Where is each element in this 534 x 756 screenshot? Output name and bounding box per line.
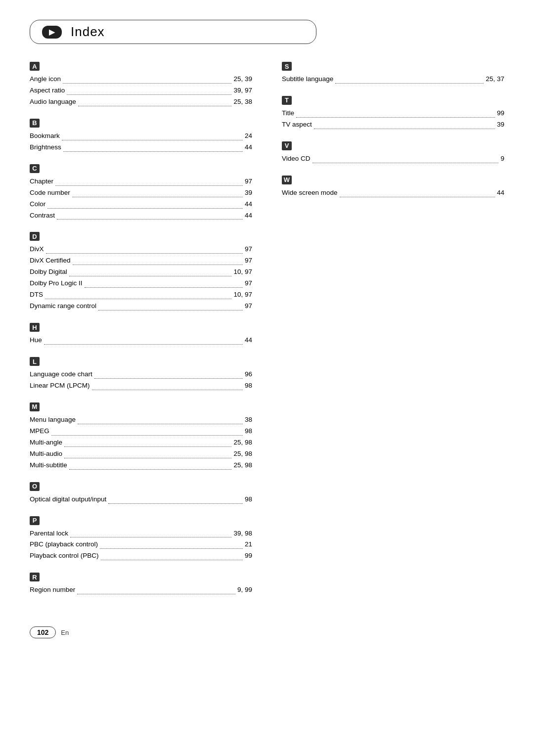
- entry-page: 10, 97: [233, 267, 252, 278]
- entry-dots: [78, 424, 243, 424]
- entry-page: 9: [500, 153, 504, 165]
- entry-dots: [51, 435, 243, 436]
- entry-label: Dynamic range control: [30, 301, 96, 312]
- page-number: 102: [30, 626, 56, 638]
- index-section-m: MMenu language38MPEG98Multi-angle25, 98M…: [30, 402, 252, 471]
- entry-label: Linear PCM (LPCM): [30, 380, 90, 392]
- header-tab: ▶: [42, 26, 62, 39]
- entry-page: 24: [245, 131, 252, 142]
- entry-page: 99: [497, 108, 504, 119]
- entry-dots: [94, 378, 243, 379]
- entry-dots: [85, 287, 243, 288]
- index-section-h: HHue44: [30, 323, 252, 346]
- index-entry: DTS10, 97: [30, 289, 252, 301]
- entry-page: 98: [245, 380, 252, 392]
- section-letter-l: L: [30, 357, 40, 366]
- section-letter-v: V: [282, 141, 292, 150]
- entry-page: 39, 98: [233, 528, 252, 539]
- entry-page: 25, 98: [233, 460, 252, 471]
- entry-page: 98: [245, 494, 252, 505]
- entry-label: Dolby Pro Logic II: [30, 278, 83, 289]
- entry-page: 99: [245, 550, 252, 562]
- index-entry: Playback control (PBC)99: [30, 550, 252, 562]
- right-column: SSubtitle language25, 37TTitle99TV aspec…: [282, 62, 504, 607]
- entry-label: Multi-audio: [30, 448, 62, 460]
- entry-label: Color: [30, 199, 45, 210]
- entry-label: Subtitle language: [282, 74, 333, 85]
- entry-label: MPEG: [30, 426, 49, 437]
- entry-dots: [55, 185, 243, 186]
- entry-dots: [70, 537, 231, 537]
- index-section-p: PParental lock39, 98PBC (playback contro…: [30, 516, 252, 562]
- entry-label: DivX Certified: [30, 255, 71, 267]
- index-section-w: WWide screen mode44: [282, 176, 504, 199]
- section-letter-o: O: [30, 482, 40, 491]
- section-letter-t: T: [282, 96, 292, 105]
- entry-dots: [108, 503, 243, 504]
- entry-page: 25, 39: [233, 74, 252, 85]
- index-section-d: DDivX97DivX Certified97Dolby Digital10, …: [30, 232, 252, 312]
- entry-page: 21: [245, 539, 252, 550]
- entry-dots: [335, 83, 484, 84]
- entry-label: Language code chart: [30, 369, 92, 380]
- entry-label: TV aspect: [282, 119, 312, 131]
- section-letter-b: B: [30, 119, 40, 128]
- index-entry: Optical digital output/input98: [30, 494, 252, 505]
- entry-page: 97: [245, 176, 252, 187]
- entry-label: Multi-angle: [30, 437, 62, 448]
- entry-label: Audio language: [30, 96, 76, 108]
- index-entry: Angle icon25, 39: [30, 74, 252, 85]
- entry-page: 39: [497, 119, 504, 131]
- left-column: AAngle icon25, 39Aspect ratio39, 97Audio…: [30, 62, 252, 607]
- entry-page: 25, 98: [233, 448, 252, 460]
- index-entry: MPEG98: [30, 426, 252, 437]
- entry-dots: [62, 140, 243, 140]
- entry-page: 96: [245, 369, 252, 380]
- index-entry: Wide screen mode44: [282, 187, 504, 199]
- entry-dots: [92, 390, 243, 390]
- index-entry: Region number9, 99: [30, 584, 252, 596]
- entry-label: Dolby Digital: [30, 267, 67, 278]
- entry-page: 97: [245, 301, 252, 312]
- index-entry: Brightness44: [30, 142, 252, 153]
- index-entry: Code number39: [30, 187, 252, 199]
- index-section-o: OOptical digital output/input98: [30, 482, 252, 505]
- index-entry: Language code chart96: [30, 369, 252, 380]
- entry-dots: [312, 163, 499, 163]
- section-letter-w: W: [282, 176, 292, 184]
- index-entry: Contrast44: [30, 210, 252, 222]
- index-section-s: SSubtitle language25, 37: [282, 62, 504, 85]
- entry-page: 25, 38: [233, 96, 252, 108]
- entry-label: Brightness: [30, 142, 61, 153]
- index-section-l: LLanguage code chart96Linear PCM (LPCM)9…: [30, 357, 252, 392]
- index-entry: Title99: [282, 108, 504, 119]
- entry-page: 97: [245, 244, 252, 255]
- footer-language: En: [61, 629, 69, 636]
- entry-dots: [69, 469, 232, 470]
- section-letter-m: M: [30, 402, 40, 411]
- entry-dots: [314, 129, 495, 129]
- index-content: AAngle icon25, 39Aspect ratio39, 97Audio…: [30, 62, 504, 607]
- entry-label: Optical digital output/input: [30, 494, 106, 505]
- index-section-b: BBookmark24Brightness44: [30, 119, 252, 153]
- index-entry: Video CD9: [282, 153, 504, 165]
- entry-label: Contrast: [30, 210, 55, 222]
- entry-page: 10, 97: [233, 289, 252, 301]
- index-entry: Multi-subtitle25, 98: [30, 460, 252, 471]
- entry-label: Hue: [30, 335, 42, 346]
- section-letter-c: C: [30, 164, 40, 173]
- entry-label: Region number: [30, 584, 75, 596]
- entry-dots: [47, 208, 243, 209]
- entry-dots: [69, 276, 232, 276]
- index-entry: DivX97: [30, 244, 252, 255]
- entry-dots: [64, 458, 231, 458]
- entry-page: 97: [245, 278, 252, 289]
- entry-label: DivX: [30, 244, 44, 255]
- index-section-t: TTitle99TV aspect39: [282, 96, 504, 131]
- index-entry: Menu language38: [30, 414, 252, 426]
- entry-dots: [63, 83, 231, 84]
- entry-label: Chapter: [30, 176, 53, 187]
- index-entry: Color44: [30, 199, 252, 210]
- entry-page: 38: [245, 414, 252, 426]
- index-entry: Dynamic range control97: [30, 301, 252, 312]
